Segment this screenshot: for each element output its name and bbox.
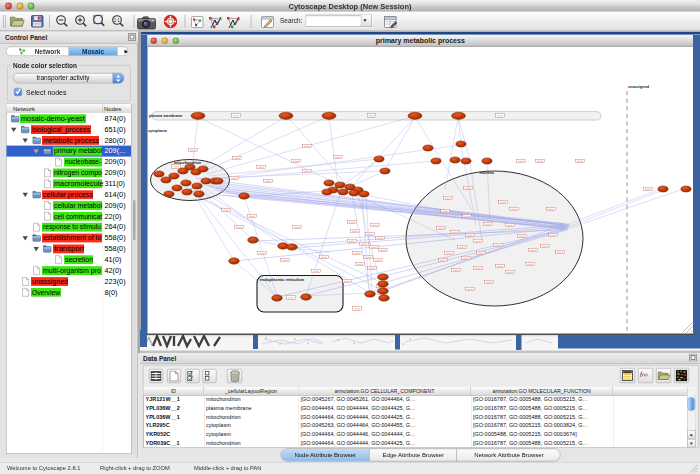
svg-text:209(...: 209(... xyxy=(105,146,126,155)
svg-text:unassigned: unassigned xyxy=(32,277,68,286)
svg-text:transport: transport xyxy=(54,244,84,253)
svg-text:cytoplasm: cytoplasm xyxy=(148,129,167,133)
svg-text:macromolecule: macromolecule xyxy=(54,179,103,188)
svg-text:cellular metabol: cellular metabol xyxy=(54,201,102,210)
svg-text:280(0): 280(0) xyxy=(105,136,126,145)
svg-text:cell communicat: cell communicat xyxy=(54,212,102,221)
svg-text:264(0): 264(0) xyxy=(105,222,126,231)
svg-text:biological_process: biological_process xyxy=(32,125,90,134)
svg-text:Overview: Overview xyxy=(32,288,61,297)
svg-text:209(0): 209(0) xyxy=(105,168,126,177)
svg-text:establishment of lo: establishment of lo xyxy=(43,233,101,242)
svg-text:multi-organism pro: multi-organism pro xyxy=(43,266,101,275)
svg-text:nucleobase-: nucleobase- xyxy=(65,157,102,166)
svg-text:metabolic process: metabolic process xyxy=(43,136,99,145)
svg-text:614(0): 614(0) xyxy=(105,190,126,199)
svg-text:nitrogen compo: nitrogen compo xyxy=(54,168,102,177)
svg-text:endoplasmic reticulum: endoplasmic reticulum xyxy=(260,277,305,282)
svg-text:response to stimulu: response to stimulu xyxy=(43,222,101,231)
svg-text:42(0): 42(0) xyxy=(105,266,122,275)
svg-text:mitochondrion: mitochondrion xyxy=(174,160,202,165)
svg-text:874(0): 874(0) xyxy=(105,114,126,123)
svg-text:558(0): 558(0) xyxy=(105,233,126,242)
svg-text:nucleus: nucleus xyxy=(480,170,495,175)
svg-text:651(0): 651(0) xyxy=(105,125,126,134)
svg-text:209(0): 209(0) xyxy=(105,157,126,166)
svg-text:secretion: secretion xyxy=(65,255,93,264)
svg-text:8(0): 8(0) xyxy=(105,288,118,297)
svg-text:209(0): 209(0) xyxy=(105,201,126,210)
svg-text:unassigned: unassigned xyxy=(628,85,650,89)
svg-text:mosaic-demo-yeast: mosaic-demo-yeast xyxy=(21,114,85,123)
svg-text:primary metabol: primary metabol xyxy=(54,146,102,155)
svg-text:1:1: 1:1 xyxy=(114,18,121,23)
svg-text:plasma membrane: plasma membrane xyxy=(149,114,182,118)
svg-text:22(0): 22(0) xyxy=(105,212,122,221)
svg-text:41(0): 41(0) xyxy=(105,255,122,264)
svg-text:558(0): 558(0) xyxy=(105,244,126,253)
svg-text:223(0): 223(0) xyxy=(105,277,126,286)
svg-text:311(0): 311(0) xyxy=(105,179,126,188)
svg-text:cellular process: cellular process xyxy=(43,190,93,199)
